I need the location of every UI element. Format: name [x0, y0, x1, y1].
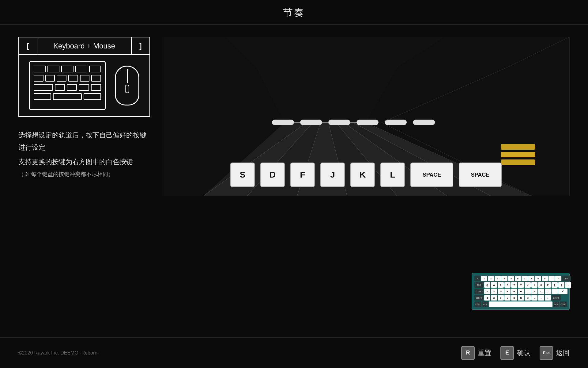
key-f[interactable]: F	[290, 163, 315, 187]
description: 选择想设定的轨道后，按下自己偏好的按键进行设定 支持更换的按键为右方图中的白色按…	[18, 129, 150, 178]
key-j[interactable]: J	[320, 163, 345, 187]
svg-rect-13	[272, 120, 294, 125]
main-content: [ Keyboard + Mouse ]	[0, 25, 588, 322]
key-space-left[interactable]: SPACE	[410, 163, 453, 187]
confirm-button[interactable]: E 确认	[500, 346, 530, 360]
kb-key	[91, 84, 101, 91]
mode-label: Keyboard + Mouse	[37, 39, 131, 53]
left-panel: [ Keyboard + Mouse ]	[18, 37, 150, 310]
svg-rect-16	[356, 120, 379, 125]
mouse-icon	[115, 66, 139, 105]
ref-key-1: 1	[481, 276, 487, 281]
ref-key-h: H	[518, 289, 524, 294]
mode-selector: [ Keyboard + Mouse ]	[18, 37, 150, 117]
ref-key-g: G	[511, 289, 517, 294]
prev-mode-button[interactable]: [	[19, 37, 37, 54]
page-title: 节奏	[283, 7, 305, 18]
next-mode-button[interactable]: ]	[131, 37, 149, 54]
desc-line-3: （※ 每个键盘的按键冲突都不尽相同）	[18, 171, 150, 178]
kb-key	[89, 66, 101, 72]
kb-key	[34, 75, 43, 82]
kb-key	[68, 75, 78, 82]
ref-key-d: D	[498, 289, 504, 294]
kb-key	[45, 75, 55, 82]
ref-row-qwerty: TAB Q W E R T Y U I O P [ ] \	[474, 282, 567, 288]
key-d[interactable]: D	[260, 163, 285, 187]
ref-row-asdf: CAP A S D F G H J K L ; ' ↵	[474, 289, 567, 294]
ref-key-minus: -	[548, 276, 555, 281]
ref-key-p: P	[545, 282, 551, 288]
kb-key	[34, 66, 46, 72]
ref-key-3: 3	[495, 276, 501, 281]
reset-key: R	[461, 346, 475, 360]
ref-key-alt-left: ALT	[482, 301, 488, 307]
keyboard-icon	[29, 61, 106, 110]
svg-rect-18	[413, 120, 435, 125]
ref-key-5: 5	[508, 276, 514, 281]
kb-key	[47, 66, 59, 72]
ref-key-backslash: \	[565, 282, 571, 288]
ref-key-backspace: BS	[562, 276, 571, 281]
ref-key-w: W	[491, 282, 497, 288]
ref-key-enter: ↵	[558, 289, 567, 294]
ref-key-0: 0	[542, 276, 548, 281]
desc-line-1: 选择想设定的轨道后，按下自己偏好的按键进行设定	[18, 129, 150, 153]
ref-row-numbers: ~ 1 2 3 4 5 6 7 8 9 0 - = BS	[474, 276, 567, 281]
ref-key-slash: /	[545, 295, 551, 301]
ref-key-l: L	[538, 289, 544, 294]
ref-key-equals: =	[555, 276, 561, 281]
kb-key	[57, 75, 66, 82]
ref-key-c: C	[498, 295, 504, 301]
right-area: S D F J K L SPACE SPACE ~ 1 2 3	[162, 37, 570, 310]
ref-key-lbracket: [	[552, 282, 558, 288]
ref-key-2: 2	[488, 276, 494, 281]
ref-key-alt-right: ALT	[553, 301, 559, 307]
svg-rect-20	[501, 152, 535, 157]
kb-key	[34, 93, 51, 100]
key-space-right[interactable]: SPACE	[459, 163, 502, 187]
confirm-label: 确认	[517, 348, 530, 358]
copyright-text: ©2020 Rayark Inc. DEEMO -Reborn-	[18, 350, 99, 356]
ref-key-q: Q	[484, 282, 490, 288]
key-l[interactable]: L	[380, 163, 405, 187]
ref-key-ctrl-left: CTRL	[474, 301, 481, 307]
track-area: S D F J K L SPACE SPACE	[162, 37, 570, 196]
ref-key-e: E	[498, 282, 504, 288]
ref-key-ctrl-right: CTRL	[560, 301, 567, 307]
kb-key	[34, 84, 53, 91]
key-labels: S D F J K L SPACE SPACE	[162, 163, 570, 187]
ref-key-6: 6	[515, 276, 521, 281]
mode-icon-area	[19, 55, 149, 116]
kb-key	[75, 66, 87, 72]
key-s[interactable]: S	[230, 163, 255, 187]
kb-key	[80, 75, 90, 82]
mouse-divider	[127, 69, 128, 83]
ref-row-zxcv: SHIFT Z X C V B N M , . / SHIFT	[474, 295, 567, 301]
svg-rect-19	[501, 144, 535, 150]
ref-key-r: R	[504, 282, 511, 288]
ref-key-z: Z	[484, 295, 490, 301]
back-label: 返回	[556, 348, 570, 358]
ref-key-period: .	[538, 295, 544, 301]
svg-rect-14	[300, 120, 322, 125]
ref-key-s: S	[491, 289, 497, 294]
reset-button[interactable]: R 重置	[461, 346, 491, 360]
ref-key-m: M	[525, 295, 531, 301]
kb-key	[53, 93, 81, 100]
kb-key	[67, 84, 77, 91]
ref-key-a: A	[484, 289, 490, 294]
reset-label: 重置	[478, 348, 491, 358]
ref-row-space: CTRL ALT ALT CTRL	[474, 301, 567, 307]
ref-key-7: 7	[522, 276, 528, 281]
mouse-scroll	[125, 85, 129, 93]
key-k[interactable]: K	[350, 163, 375, 187]
back-button[interactable]: Esc 返回	[540, 346, 570, 360]
top-bar: 节奏	[0, 0, 588, 25]
svg-rect-17	[385, 120, 407, 125]
ref-key-b: B	[511, 295, 517, 301]
bottom-actions: R 重置 E 确认 Esc 返回	[461, 346, 570, 360]
kb-key	[84, 93, 101, 100]
mode-selector-header: [ Keyboard + Mouse ]	[19, 37, 149, 55]
ref-key-8: 8	[528, 276, 534, 281]
ref-key-f: F	[504, 289, 511, 294]
